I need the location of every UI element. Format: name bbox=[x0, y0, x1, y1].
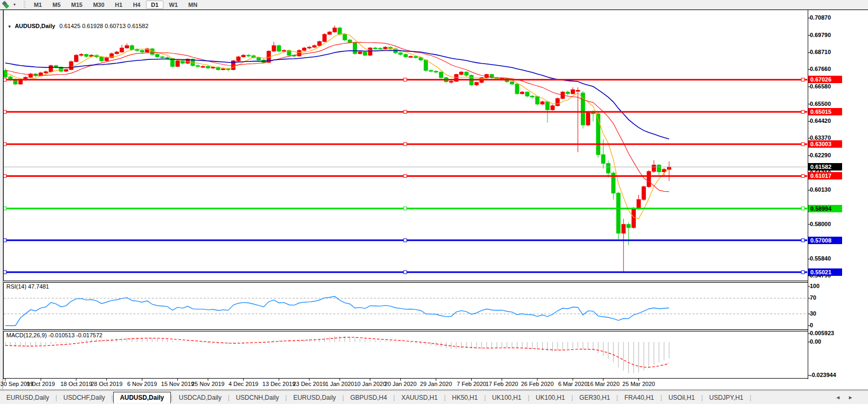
rsi-axis-tick: 30 bbox=[810, 310, 816, 317]
timeframe-button-h4[interactable]: H4 bbox=[128, 1, 145, 9]
date-axis-label: 6 Mar 2020 bbox=[558, 381, 588, 387]
price-axis-tick: 0.58000 bbox=[810, 221, 831, 228]
macd-axis-tick: 0.00 bbox=[810, 338, 821, 345]
rsi-pane bbox=[4, 297, 807, 326]
price-axis-tick: 0.64420 bbox=[810, 118, 831, 124]
price-axis-tick: 0.68710 bbox=[810, 49, 831, 56]
date-axis-label: 25 Mar 2020 bbox=[623, 381, 655, 387]
date-axis-label: 29 Jan 2020 bbox=[420, 381, 452, 387]
price-axis-tick: 0.67660 bbox=[810, 66, 831, 73]
chart-canvas[interactable] bbox=[0, 10, 868, 390]
price-axis-tick: 0.60130 bbox=[810, 186, 831, 193]
rsi-axis-tick: 0 bbox=[810, 322, 813, 329]
chart-window: ▼AUDUSD,Daily0.61425 0.61928 0.60713 0.6… bbox=[0, 10, 868, 390]
symbol-dropdown-icon[interactable]: ▼ bbox=[7, 24, 12, 29]
ohlc-values: 0.61425 0.61928 0.60713 0.61582 bbox=[59, 23, 148, 29]
tab-scroll-arrows: ◄► bbox=[835, 394, 861, 400]
price-axis-tag: 0.57008 bbox=[808, 237, 842, 244]
date-axis-label: 7 Feb 2020 bbox=[457, 381, 487, 387]
timeframe-button-d1[interactable]: D1 bbox=[146, 1, 163, 9]
chart-tab-usdjpy-h1[interactable]: USDJPY,H1 bbox=[703, 392, 750, 403]
date-axis-label: 10 Jan 2020 bbox=[354, 381, 386, 387]
price-axis-tag: 0.61017 bbox=[808, 172, 842, 179]
macd-label: MACD(12,26,9) -0.010513 -0.017572 bbox=[6, 332, 103, 338]
chart-tab-hk50-h1[interactable]: HK50,H1 bbox=[446, 392, 485, 403]
tab-scroll-left-icon[interactable]: ◄ bbox=[835, 394, 848, 400]
date-axis-label: 26 Feb 2020 bbox=[521, 381, 554, 387]
date-axis-label: 4 Dec 2019 bbox=[229, 381, 258, 387]
price-axis-tick: 0.66580 bbox=[810, 83, 831, 90]
chart-tab-gbpusd-h4[interactable]: GBPUSD,H4 bbox=[344, 392, 393, 403]
date-axis-label: 18 Oct 2019 bbox=[60, 381, 92, 387]
date-axis-label: 28 Oct 2019 bbox=[91, 381, 123, 387]
chart-tab-fra40-h1[interactable]: FRA40,H1 bbox=[618, 392, 660, 403]
timeframe-button-m5[interactable]: M5 bbox=[48, 1, 65, 9]
date-axis-label: 25 Nov 2019 bbox=[191, 381, 224, 387]
chart-tab-eurusd-daily[interactable]: EURUSD,Daily bbox=[0, 392, 56, 403]
date-axis-label: 20 Jan 2020 bbox=[385, 381, 417, 387]
mt4-application: ▼ M1M5M15M30H1H4D1W1MN ▼AUDUSD,Daily0.61… bbox=[0, 0, 868, 404]
chart-tab-usdcnh-daily[interactable]: USDCNH,Daily bbox=[230, 392, 285, 403]
timeframe-button-m15[interactable]: M15 bbox=[67, 1, 87, 9]
date-axis-label: 17 Feb 2020 bbox=[486, 381, 518, 387]
timeframe-button-mn[interactable]: MN bbox=[184, 1, 202, 9]
axis-ticks bbox=[5, 18, 810, 381]
macd-axis-tick: -0.023944 bbox=[810, 372, 836, 379]
chart-tab-usoil-h1[interactable]: USOil,H1 bbox=[662, 392, 701, 403]
toolbar-grip[interactable] bbox=[23, 1, 25, 8]
macd-pane bbox=[5, 336, 669, 373]
date-axis-label: 15 Nov 2019 bbox=[161, 381, 194, 387]
chart-tab-uk100-h1[interactable]: UK100,H1 bbox=[486, 392, 527, 403]
symbol-name: AUDUSD,Daily bbox=[15, 23, 55, 29]
chart-tab-xauusd-h1[interactable]: XAUUSD,H1 bbox=[395, 392, 444, 403]
chart-style-icon[interactable] bbox=[2, 1, 11, 8]
timeframe-toolbar: ▼ M1M5M15M30H1H4D1W1MN bbox=[0, 0, 868, 10]
price-axis-tag: 0.58994 bbox=[808, 205, 842, 212]
rsi-axis-tick: 100 bbox=[810, 283, 819, 290]
price-axis-tick: 0.55840 bbox=[810, 255, 831, 262]
main-price-pane bbox=[3, 25, 807, 274]
chart-tabs: EURUSD,Daily|USDCHF,Daily|AUDUSD,Daily|U… bbox=[0, 391, 751, 403]
date-axis-label: 13 Dec 2019 bbox=[262, 381, 295, 387]
price-axis-tick: 0.69790 bbox=[810, 32, 831, 39]
tab-separator: | bbox=[750, 394, 751, 401]
rsi-axis-tick: 70 bbox=[810, 294, 816, 301]
chart-tab-usdcad-daily[interactable]: USDCAD,Daily bbox=[172, 392, 228, 403]
price-axis-tick: 0.70870 bbox=[810, 14, 831, 21]
chart-tab-audusd-daily[interactable]: AUDUSD,Daily bbox=[113, 392, 171, 403]
chart-tab-usdchf-daily[interactable]: USDCHF,Daily bbox=[57, 392, 112, 403]
chart-tab-ger30-h1[interactable]: GER30,H1 bbox=[573, 392, 616, 403]
timeframe-button-h1[interactable]: H1 bbox=[110, 1, 127, 9]
date-axis-label: 9 Oct 2019 bbox=[26, 381, 55, 387]
date-axis-label: 23 Dec 2019 bbox=[293, 381, 326, 387]
price-axis-tag: 0.61582 bbox=[808, 163, 842, 170]
date-axis-label: 6 Nov 2019 bbox=[127, 381, 157, 387]
date-axis-label: 16 Mar 2020 bbox=[587, 381, 620, 387]
tab-scroll-right-icon[interactable]: ► bbox=[848, 394, 861, 400]
chart-tab-bar: EURUSD,Daily|USDCHF,Daily|AUDUSD,Daily|U… bbox=[0, 390, 868, 404]
date-axis-label: 1 Jan 2020 bbox=[325, 381, 354, 387]
price-axis-tag: 0.65015 bbox=[808, 108, 842, 115]
price-axis-tick: 0.65500 bbox=[810, 101, 831, 107]
timeframe-button-w1[interactable]: W1 bbox=[165, 1, 183, 9]
chevron-down-icon[interactable]: ▼ bbox=[13, 3, 16, 6]
chart-tab-eurusd-daily[interactable]: EURUSD,Daily bbox=[287, 392, 342, 403]
price-axis-tick: 0.62290 bbox=[810, 152, 831, 159]
price-axis-tag: 0.63003 bbox=[808, 140, 842, 148]
price-axis-tag: 0.55021 bbox=[808, 268, 842, 276]
timeframe-button-m30[interactable]: M30 bbox=[88, 1, 109, 9]
chart-tab-uk100-h1[interactable]: UK100,H1 bbox=[529, 392, 571, 403]
rsi-label: RSI(14) 47.7481 bbox=[6, 283, 49, 290]
macd-axis-tick: 0.005923 bbox=[810, 330, 834, 337]
price-axis-tag: 0.67026 bbox=[808, 76, 842, 83]
chart-title: ▼AUDUSD,Daily0.61425 0.61928 0.60713 0.6… bbox=[7, 23, 149, 29]
timeframe-button-m1[interactable]: M1 bbox=[29, 1, 47, 9]
timeframe-buttons: M1M5M15M30H1H4D1W1MN bbox=[29, 2, 203, 8]
